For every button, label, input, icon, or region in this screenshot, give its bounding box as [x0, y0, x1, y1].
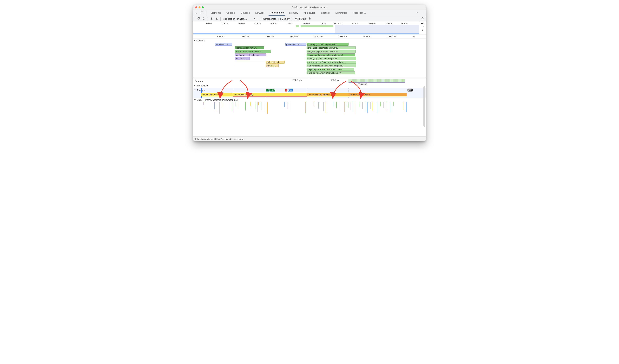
clear-button[interactable]	[202, 17, 205, 20]
reload-button[interactable]	[197, 17, 200, 20]
request-bar[interactable]: venice.jpg (localhost.philipwalton.dev)	[307, 54, 355, 56]
request-bar[interactable]: bangkok.jpg (localhost.philipwalt...	[307, 50, 356, 53]
main-thread-track[interactable]: Main — https://localhost.philipwalton.de…	[193, 98, 426, 115]
tab-memory[interactable]: Memory	[288, 11, 299, 14]
marker-fcp[interactable]: FCP	[270, 89, 275, 91]
tab-console[interactable]: Console	[225, 11, 237, 14]
request-bar[interactable]: london.jpg (localhost.philipwalto...	[307, 43, 349, 46]
pane-splitter[interactable]: ···	[193, 77, 426, 79]
frame-time-2: 500.0 ms	[331, 79, 339, 81]
tab-sources[interactable]: Sources	[239, 11, 251, 14]
marker-dcl[interactable]: DCL	[288, 89, 293, 91]
tab-network[interactable]: Network	[254, 11, 266, 14]
disclosure-triangle-icon	[194, 40, 196, 41]
marker-l[interactable]: L	[285, 89, 287, 91]
webvitals-checkbox[interactable]: Web Vitals	[292, 17, 306, 20]
svg-point-1	[423, 13, 423, 13]
timings-track[interactable]: Timings FPFCPLDCLLCPTime to first byteRe…	[193, 88, 426, 98]
lcp-phase[interactable]: Resource load delay	[233, 93, 307, 96]
svg-line-4	[203, 18, 205, 19]
request-bar[interactable]: san-francisco.jpg (localhost.philipwalt.…	[307, 64, 356, 67]
request-bar[interactable]: localhost.phi...	[215, 43, 232, 46]
status-footer: Total blocking time: 0.00ms (estimated) …	[193, 137, 426, 141]
marker-lcp[interactable]: LCP	[408, 89, 413, 91]
interactions-track-header[interactable]: Interactions	[193, 83, 426, 88]
frame-time-1: 1050.0 ms	[292, 79, 302, 81]
request-bar[interactable]: paris.jpg (localhost.philipwalton.dev)	[307, 71, 355, 74]
more-icon[interactable]	[422, 11, 424, 14]
request-bar[interactable]: main.css …	[235, 57, 250, 60]
request-bar[interactable]: bootstrap.css (localhos...	[235, 54, 267, 56]
disclosure-triangle-icon	[194, 85, 195, 86]
frames-track-header[interactable]: Frames 1050.0 ms 500.0 ms Animation	[193, 79, 426, 83]
window-titlebar: DevTools - localhost.philipwalton.dev/	[193, 5, 426, 10]
tab-application[interactable]: Application	[302, 11, 317, 14]
capture-settings-icon[interactable]	[421, 17, 424, 20]
window-title: DevTools - localhost.philipwalton.dev/	[193, 6, 426, 8]
request-bar[interactable]: photos.json (lo...	[285, 43, 306, 46]
memory-checkbox[interactable]: Memory	[278, 17, 290, 20]
tab-security[interactable]: Security	[320, 11, 331, 14]
lcp-phase[interactable]: Element render delay	[349, 93, 407, 96]
tab-lighthouse[interactable]: Lighthouse	[334, 11, 349, 14]
timeline-ruler[interactable]: 494 ms994 ms1494 ms1994 ms2494 ms2994 ms…	[193, 34, 426, 39]
inspect-icon[interactable]	[195, 11, 197, 14]
tab-recorder ⚗[interactable]: Recorder ⚗	[352, 11, 367, 14]
dropdown-icon	[254, 18, 255, 19]
request-bar[interactable]: opensans-latin-700.woff2 (l...	[235, 50, 271, 53]
disclosure-triangle-icon	[194, 90, 196, 91]
download-button[interactable]	[215, 17, 218, 20]
main-thread-label: Main — https://localhost.philipwalton.de…	[197, 99, 239, 101]
flamechart-panel: Frames 1050.0 ms 500.0 ms Animation Inte…	[193, 79, 426, 115]
svg-point-0	[423, 12, 423, 12]
learn-more-link[interactable]: Learn more	[232, 138, 243, 140]
upload-button[interactable]	[210, 17, 213, 20]
device-icon[interactable]	[200, 12, 203, 14]
screenshots-checkbox[interactable]: Screenshots	[260, 17, 276, 20]
overview-minimap[interactable]: 494 ms994 ms1494 ms1994 ms2494 ms2994 ms…	[193, 22, 426, 34]
animation-label: Animation	[357, 83, 367, 85]
marker-fp[interactable]: FP	[266, 89, 269, 91]
svg-point-2	[423, 13, 423, 14]
overview-side-labels: FPS CPU NET	[419, 22, 426, 34]
trash-button[interactable]	[308, 17, 311, 20]
profile-select-label: localhost.philipwalton....	[223, 17, 247, 20]
settings-icon[interactable]	[416, 11, 419, 14]
devtools-tabs: ElementsConsoleSourcesNetworkPerformance…	[193, 10, 426, 16]
animation-stripe	[349, 79, 405, 82]
overview-brush[interactable]	[335, 25, 419, 34]
request-bar[interactable]: sydney.jpg (localhost.philipwalto...	[307, 57, 356, 60]
request-bar[interactable]: london.jpg (localhost.philipwalto...	[307, 46, 356, 49]
blocking-time-label: Total blocking time: 0.00ms (estimated)	[195, 138, 231, 140]
request-bar[interactable]: main.js (local...	[266, 61, 285, 64]
perf-toolbar: localhost.philipwalton.... Screenshots M…	[193, 16, 426, 22]
request-bar[interactable]: tokyo.jpg (localhost.philipwalton.dev)	[307, 68, 354, 71]
request-bar[interactable]: amsterdam.jpg (localhost.philipwalton...…	[307, 61, 356, 64]
request-bar[interactable]: opensans-latin-400.w...	[235, 46, 264, 49]
network-waterfall[interactable]: localhost.phi...opensans-latin-400.w...o…	[193, 43, 426, 77]
network-track-header[interactable]: Network	[193, 39, 426, 43]
scrollbar-thumb[interactable]	[423, 86, 425, 127]
lcp-phase[interactable]: Time to first byte	[201, 93, 233, 96]
tab-performance[interactable]: Performance	[268, 10, 285, 16]
request-bar[interactable]: perf.js (l...	[266, 64, 279, 67]
profile-select[interactable]: localhost.philipwalton....	[223, 17, 255, 20]
tab-elements[interactable]: Elements	[209, 11, 222, 14]
disclosure-triangle-icon	[194, 99, 196, 100]
lcp-phase[interactable]: Resource load duration	[307, 93, 349, 96]
